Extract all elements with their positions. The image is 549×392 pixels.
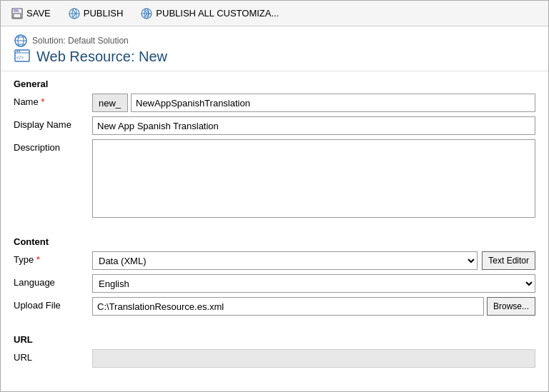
publish-all-label: PUBLISH ALL CUSTOMIZA... [156, 8, 279, 19]
svg-point-18 [19, 51, 20, 52]
svg-rect-2 [14, 14, 21, 18]
web-resource-icon: </> [14, 48, 31, 65]
content-section-title: Content [14, 236, 535, 247]
solution-label: Solution: Default Solution [14, 34, 535, 48]
publish-all-button[interactable]: PUBLISH ALL CUSTOMIZA... [137, 6, 282, 21]
display-name-row: Display Name [14, 116, 535, 135]
type-select[interactable]: Data (XML) HTML CSS Script (JScript) PNG… [92, 251, 478, 270]
general-section-title: General [14, 79, 535, 89]
display-name-label: Display Name [14, 116, 92, 130]
file-path-input[interactable] [92, 297, 484, 316]
solution-icon [14, 34, 28, 48]
description-textarea[interactable] [92, 139, 535, 218]
publish-all-icon [140, 7, 153, 20]
save-label: SAVE [26, 8, 51, 19]
type-required-star: * [36, 254, 40, 265]
description-row: Description [14, 139, 535, 218]
name-label: Name * [14, 94, 92, 107]
form-content: General Name * new_ Display Name [1, 71, 548, 391]
language-controls: English Spanish French [92, 274, 535, 293]
svg-rect-1 [14, 9, 19, 12]
name-required-star: * [41, 96, 44, 107]
svg-text:</>: </> [16, 55, 24, 60]
svg-rect-3 [19, 9, 20, 11]
name-input[interactable] [131, 94, 535, 112]
language-label: Language [14, 274, 92, 288]
publish-icon [68, 7, 81, 20]
upload-file-label: Upload File [14, 297, 92, 311]
content-section: Content Type * Data (XML) HTML CSS Scrip… [1, 229, 548, 327]
main-window: SAVE PUBLISH [0, 0, 549, 392]
type-controls: Data (XML) HTML CSS Script (JScript) PNG… [92, 251, 535, 270]
description-controls [92, 139, 535, 218]
type-select-wrapper: Data (XML) HTML CSS Script (JScript) PNG… [92, 251, 535, 270]
upload-file-controls: Browse... [92, 297, 535, 316]
name-prefix: new_ [92, 94, 128, 112]
display-name-input[interactable] [92, 116, 535, 135]
publish-button[interactable]: PUBLISH [65, 6, 127, 21]
publish-label: PUBLISH [84, 8, 124, 19]
upload-file-row: Upload File Browse... [14, 297, 535, 316]
url-row: URL [14, 349, 535, 368]
file-upload-row: Browse... [92, 297, 535, 316]
save-button[interactable]: SAVE [8, 6, 54, 21]
language-select[interactable]: English Spanish French [92, 274, 535, 293]
language-row: Language English Spanish French [14, 274, 535, 293]
display-name-controls [92, 116, 535, 135]
save-icon [11, 7, 24, 20]
type-label: Type * [14, 251, 92, 265]
url-input [92, 349, 535, 368]
url-controls [92, 349, 535, 368]
page-title: </> Web Resource: New [14, 48, 535, 65]
description-label: Description [14, 139, 92, 153]
svg-point-17 [16, 51, 18, 52]
text-editor-button[interactable]: Text Editor [482, 251, 535, 270]
url-section-title: URL [14, 334, 535, 345]
browse-button[interactable]: Browse... [487, 297, 535, 316]
type-row: Type * Data (XML) HTML CSS Script (JScri… [14, 251, 535, 270]
name-controls: new_ [92, 94, 535, 112]
name-row: Name * new_ [14, 94, 535, 112]
url-label: URL [14, 349, 92, 363]
general-section: General Name * new_ Display Name [1, 71, 548, 229]
page-header: Solution: Default Solution </> Web Resou… [1, 26, 548, 71]
toolbar: SAVE PUBLISH [1, 1, 548, 26]
url-section: URL URL [1, 327, 548, 379]
